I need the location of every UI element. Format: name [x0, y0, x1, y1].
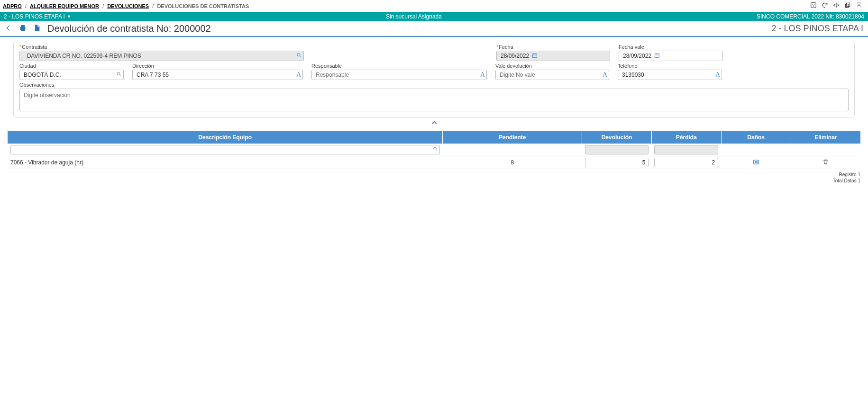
breadcrumb-current: DEVOLUCIONES DE CONTRATISTAS: [157, 3, 249, 9]
equipo-grid: Descripción Equipo Pendiente Devolución …: [8, 131, 860, 169]
title-right-project: 2 - LOS PINOS ETAPA I: [772, 24, 863, 34]
direccion-input[interactable]: [132, 70, 303, 80]
footer-registro: Registro 1: [0, 172, 860, 177]
text-options-icon[interactable]: A: [296, 71, 301, 79]
breadcrumb-bar: ADPRO / ALQUILER EQUIPO MENOR / DEVOLUCI…: [0, 0, 868, 12]
telefono-input[interactable]: [618, 70, 722, 80]
project-bar-center: Sin sucursal Asignada: [386, 13, 442, 20]
title-bar: Devolución de contratista No: 2000002 2 …: [0, 21, 868, 37]
filter-devolucion-input[interactable]: [585, 145, 649, 154]
delete-row-icon[interactable]: [822, 160, 829, 166]
filter-descripcion-input[interactable]: [10, 145, 440, 154]
table-row: 7066 - Vibrador de aguja (hr) 8: [8, 156, 860, 169]
split-icon[interactable]: [833, 2, 840, 10]
popout-icon[interactable]: [844, 2, 851, 10]
svg-point-8: [434, 147, 437, 150]
observaciones-input[interactable]: [19, 89, 849, 111]
header-pendiente[interactable]: Pendiente: [443, 131, 582, 144]
page-title: Devolución de contratista No: 2000002: [47, 23, 211, 34]
calendar-icon[interactable]: [654, 53, 660, 60]
svg-rect-5: [533, 54, 537, 57]
label-contratista: *Contratista: [19, 44, 304, 50]
cell-pendiente: 8: [443, 156, 582, 169]
grid-filter-row: [8, 144, 860, 156]
form-panel: *Contratista DAVIVIENDA CR NO. 022599-4 …: [13, 41, 855, 117]
footer-total: Total Datos 1: [0, 178, 860, 183]
project-selector[interactable]: 2 - LOS PINOS ETAPA I ▼: [4, 13, 71, 20]
header-descripcion[interactable]: Descripción Equipo: [8, 131, 443, 144]
svg-point-4: [297, 54, 300, 56]
danos-detail-icon[interactable]: [753, 160, 759, 167]
label-vale: Vale devolución: [495, 63, 609, 69]
text-options-icon[interactable]: A: [715, 71, 720, 79]
cell-devolucion-input[interactable]: [585, 158, 649, 167]
responsable-input[interactable]: [311, 70, 487, 80]
label-fecha-vale: Fecha vale: [619, 44, 723, 50]
svg-text:?: ?: [813, 3, 815, 8]
project-selector-label: 2 - LOS PINOS ETAPA I: [4, 13, 65, 20]
cell-perdida-input[interactable]: [654, 158, 718, 167]
text-options-icon[interactable]: A: [603, 71, 607, 79]
ciudad-input[interactable]: [19, 70, 124, 80]
label-observaciones: Observaciones: [19, 82, 849, 88]
header-eliminar[interactable]: Eliminar: [791, 131, 860, 144]
fecha-input[interactable]: 28/09/2022: [496, 51, 610, 61]
top-action-icons: ?: [810, 2, 865, 10]
label-responsable: Responsable: [311, 63, 487, 69]
svg-rect-6: [655, 54, 659, 57]
label-direccion: Dirección: [132, 63, 303, 69]
search-icon[interactable]: [296, 53, 302, 60]
breadcrumb: ADPRO / ALQUILER EQUIPO MENOR / DEVOLUCI…: [3, 3, 249, 9]
grid-wrap: Descripción Equipo Pendiente Devolución …: [8, 131, 860, 169]
collapse-panel-toggle[interactable]: [431, 121, 438, 127]
filter-perdida-input[interactable]: [654, 145, 718, 154]
calendar-icon[interactable]: [532, 53, 538, 60]
breadcrumb-link-adpro[interactable]: ADPRO: [3, 3, 22, 9]
grid-footer: Registro 1 Total Datos 1: [0, 172, 860, 183]
cell-descripcion: 7066 - Vibrador de aguja (hr): [8, 156, 443, 169]
fecha-vale-input[interactable]: 28/09/2022: [619, 51, 723, 61]
project-bar-right: SINCO COMERCIAL 2022 Nit: 830021894: [757, 13, 864, 20]
grid-header-row: Descripción Equipo Pendiente Devolución …: [8, 131, 860, 144]
collapse-up-icon[interactable]: [856, 2, 862, 10]
breadcrumb-link-devoluciones[interactable]: DEVOLUCIONES: [107, 3, 149, 9]
svg-rect-3: [847, 3, 850, 6]
document-button[interactable]: [33, 24, 41, 34]
print-button[interactable]: [19, 24, 27, 34]
contratista-input[interactable]: DAVIVIENDA CR NO. 022599-4 REM PINOS: [19, 51, 304, 61]
label-ciudad: Ciudad: [19, 63, 124, 69]
vale-input[interactable]: [495, 70, 609, 80]
back-button[interactable]: [5, 24, 12, 34]
header-perdida[interactable]: Pérdida: [651, 131, 721, 144]
search-icon[interactable]: [433, 147, 438, 153]
refresh-icon[interactable]: [822, 2, 828, 10]
header-danos[interactable]: Daños: [721, 131, 791, 144]
search-icon[interactable]: [116, 72, 122, 79]
label-fecha: *Fecha: [496, 44, 610, 50]
label-telefono: Teléfono: [618, 63, 722, 69]
help-icon[interactable]: ?: [810, 2, 817, 10]
svg-point-7: [117, 72, 120, 75]
svg-rect-9: [753, 160, 758, 163]
project-bar: 2 - LOS PINOS ETAPA I ▼ Sin sucursal Asi…: [0, 12, 868, 21]
breadcrumb-link-alquiler[interactable]: ALQUILER EQUIPO MENOR: [30, 3, 99, 9]
svg-rect-2: [845, 4, 849, 8]
caret-down-icon: ▼: [67, 14, 71, 19]
text-options-icon[interactable]: A: [480, 71, 485, 79]
header-devolucion[interactable]: Devolución: [582, 131, 652, 144]
